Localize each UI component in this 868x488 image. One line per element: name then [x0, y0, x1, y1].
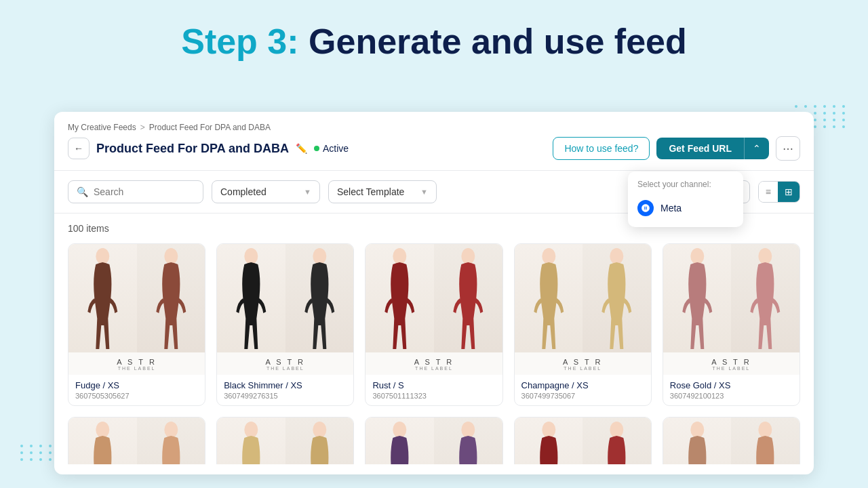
brand-area: A S T R THE LABEL	[663, 352, 800, 375]
brand-sub: THE LABEL	[666, 366, 797, 371]
status-dot	[314, 146, 319, 151]
breadcrumb-current: Product Feed For DPA and DABA	[149, 123, 271, 132]
svg-point-5	[461, 248, 475, 264]
brand-sub: THE LABEL	[71, 366, 202, 371]
svg-point-0	[96, 248, 109, 264]
brand-area: A S T R THE LABEL	[366, 352, 502, 375]
search-input[interactable]	[94, 186, 195, 197]
meta-channel-item[interactable]: Meta	[628, 195, 743, 222]
step-label: Step 3:	[181, 22, 298, 61]
breadcrumb-parent[interactable]: My Creative Feeds	[68, 123, 136, 132]
svg-point-19	[759, 422, 772, 438]
product-sku: 3607492100123	[670, 392, 793, 400]
header-left: ← Product Feed For DPA and DABA ✏️ Activ…	[68, 138, 349, 159]
product-image	[515, 244, 651, 352]
product-card[interactable]: A S T R THE LABEL Champagne / XS 3607499…	[514, 243, 652, 406]
header-row: ← Product Feed For DPA and DABA ✏️ Activ…	[68, 136, 800, 170]
header-actions: How to use feed? Get Feed URL ⌃ Select y…	[553, 136, 800, 161]
get-feed-dropdown-button[interactable]: ⌃	[744, 138, 769, 159]
product-card[interactable]: A S T R THE LABEL Rust / S 3607501111323	[365, 243, 502, 406]
brand-sub: THE LABEL	[517, 366, 648, 371]
product-card[interactable]: A S T R THE LABEL	[365, 417, 502, 464]
product-card[interactable]: A S T R THE LABEL Rose Gold / XS 3607492…	[663, 243, 800, 406]
chevron-up-icon: ⌃	[753, 143, 761, 154]
brand-name: A S T R	[71, 358, 202, 366]
svg-point-16	[542, 422, 555, 438]
product-grid: A S T R THE LABEL Fudge / XS 36075053056…	[68, 243, 800, 464]
brand-name: A S T R	[220, 358, 351, 366]
meta-label: Meta	[660, 203, 682, 214]
breadcrumb: My Creative Feeds > Product Feed For DPA…	[68, 123, 800, 132]
product-card[interactable]: A S T R THE LABEL	[68, 417, 205, 464]
main-card: My Creative Feeds > Product Feed For DPA…	[54, 112, 814, 474]
brand-area: A S T R THE LABEL	[515, 352, 651, 375]
back-button[interactable]: ←	[68, 138, 90, 159]
content-area: 100 items	[54, 214, 814, 464]
svg-point-15	[461, 422, 475, 438]
brand-name: A S T R	[517, 358, 648, 366]
product-sku: 3607499276315	[224, 392, 347, 400]
get-feed-group: Get Feed URL ⌃ Select your channel:	[656, 138, 769, 159]
svg-point-11	[164, 422, 178, 438]
completed-label: Completed	[220, 186, 267, 197]
grid-icon: ⊞	[785, 186, 793, 197]
brand-sub: THE LABEL	[368, 366, 499, 371]
back-arrow-icon: ←	[74, 143, 83, 154]
status-label: Active	[323, 143, 349, 154]
svg-point-14	[393, 422, 407, 438]
svg-point-2	[244, 248, 258, 264]
svg-point-7	[610, 248, 624, 264]
more-options-button[interactable]: ⋯	[776, 136, 800, 161]
product-card[interactable]: A S T R THE LABEL	[514, 417, 652, 464]
svg-point-4	[393, 248, 407, 264]
brand-sub: THE LABEL	[220, 366, 351, 371]
product-info: Fudge / XS 3607505305627	[68, 375, 205, 405]
breadcrumb-sep: >	[140, 123, 145, 132]
brand-area: A S T R THE LABEL	[68, 352, 205, 375]
grid-view-button[interactable]: ⊞	[778, 182, 800, 202]
product-image	[366, 418, 502, 464]
product-card[interactable]: A S T R THE LABEL	[216, 417, 354, 464]
svg-point-8	[690, 248, 704, 264]
channel-dropdown-label: Select your channel:	[628, 180, 743, 195]
list-view-button[interactable]: ≡	[759, 182, 778, 202]
product-name: Champagne / XS	[521, 380, 644, 390]
product-card[interactable]: A S T R THE LABEL Fudge / XS 36075053056…	[68, 243, 205, 406]
how-to-button[interactable]: How to use feed?	[553, 137, 650, 160]
product-image	[68, 244, 205, 352]
product-info: Champagne / XS 3607499735067	[515, 375, 651, 405]
product-name: Rose Gold / XS	[670, 380, 793, 390]
product-info: Black Shimmer / XS 3607499276315	[217, 375, 353, 405]
product-name: Black Shimmer / XS	[224, 380, 347, 390]
edit-icon[interactable]: ✏️	[296, 143, 307, 154]
product-sku: 3607501111323	[372, 392, 495, 400]
product-image	[366, 244, 502, 352]
list-icon: ≡	[766, 186, 771, 197]
product-image	[68, 418, 205, 464]
meta-icon	[637, 200, 654, 216]
step-description: Generate and use feed	[309, 22, 687, 61]
svg-point-10	[96, 422, 109, 438]
product-sku: 3607505305627	[75, 392, 198, 400]
status-badge: Active	[314, 143, 349, 154]
product-name: Rust / S	[372, 380, 495, 390]
product-card[interactable]: A S T R THE LABEL Black Shimmer / XS 360…	[216, 243, 354, 406]
product-image	[663, 244, 800, 352]
completed-filter[interactable]: Completed ▼	[212, 180, 320, 203]
svg-point-3	[313, 248, 326, 264]
product-info: Rose Gold / XS 3607492100123	[663, 375, 800, 405]
product-card[interactable]: A S T R THE LABEL	[663, 417, 800, 464]
product-image	[217, 418, 353, 464]
search-icon: 🔍	[77, 186, 88, 197]
product-image	[217, 244, 353, 352]
completed-chevron-icon: ▼	[304, 188, 311, 196]
hero-title: Step 3: Generate and use feed	[0, 0, 868, 76]
brand-name: A S T R	[368, 358, 499, 366]
product-name: Fudge / XS	[75, 380, 198, 390]
template-filter[interactable]: Select Template ▼	[328, 180, 437, 203]
get-feed-button[interactable]: Get Feed URL	[656, 138, 744, 159]
product-image	[515, 418, 651, 464]
brand-name: A S T R	[666, 358, 797, 366]
svg-point-1	[164, 248, 178, 264]
product-sku: 3607499735067	[521, 392, 644, 400]
